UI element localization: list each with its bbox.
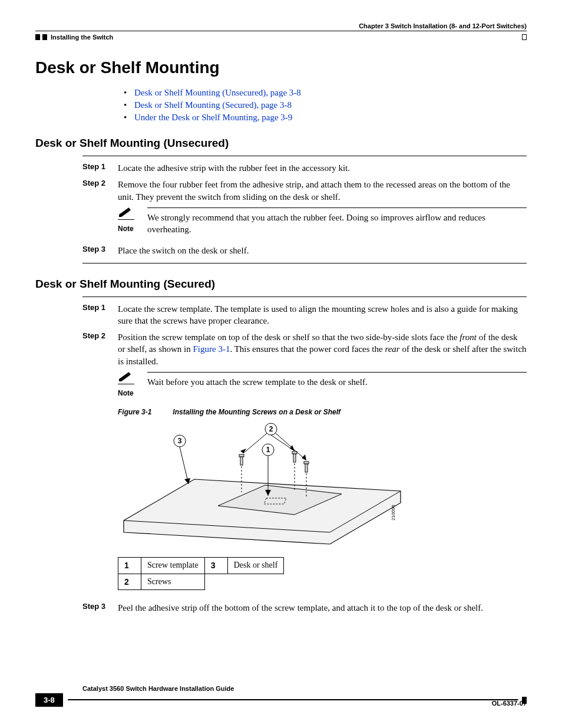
callout-1: 1 [266, 446, 270, 454]
step-body: Locate the screw template. The template … [118, 303, 527, 327]
figure-artid: 210096 [391, 505, 396, 521]
footer-rule [68, 699, 518, 701]
step-text-pre: Position the screw template on top of th… [118, 332, 459, 342]
step-row: Step 1 Locate the adhesive strip with th… [82, 162, 527, 174]
step-row: Step 2 Remove the four rubber feet from … [82, 179, 527, 240]
svg-rect-17 [305, 464, 308, 472]
legend-key: 1 [118, 557, 141, 574]
toc-link-under[interactable]: Under the Desk or Shelf Mounting, page 3… [134, 113, 292, 122]
svg-line-23 [276, 433, 306, 460]
note-block: Note Wait before you attach the screw te… [118, 372, 527, 398]
figure-diagram: 2 1 3 210096 [118, 420, 527, 553]
svg-marker-2 [119, 373, 130, 381]
step-row: Step 1 Locate the screw template. The te… [82, 303, 527, 327]
heading-unsecured: Desk or Shelf Mounting (Unsecured) [35, 137, 527, 150]
toc-link-unsecured[interactable]: Desk or Shelf Mounting (Unsecured), page… [134, 88, 301, 97]
svg-rect-14 [293, 454, 296, 462]
figure-ref-link[interactable]: Figure 3-1 [193, 344, 230, 354]
callout-3: 3 [178, 437, 182, 445]
svg-marker-0 [119, 209, 130, 217]
svg-rect-16 [304, 462, 309, 464]
unsecured-steps: Step 1 Locate the adhesive strip with th… [82, 156, 527, 263]
emph-front: front [459, 332, 477, 342]
page-title: Desk or Shelf Mounting [35, 58, 527, 77]
heading-secured: Desk or Shelf Mounting (Secured) [35, 278, 527, 291]
toc-list: Desk or Shelf Mounting (Unsecured), page… [124, 88, 527, 123]
figure-caption: Figure 3-1Installing the Mounting Screws… [118, 407, 527, 417]
section-running: Installing the Switch [51, 34, 113, 41]
rule [82, 297, 527, 297]
note-label: Note [118, 224, 147, 233]
step-body: Peel the adhesive strip off the bottom o… [118, 602, 527, 614]
step-row: Step 2 Position the screw template on to… [82, 331, 527, 590]
running-subheader: Installing the Switch [35, 34, 527, 41]
emph-rear: rear [385, 344, 399, 354]
svg-marker-24 [302, 454, 306, 460]
header-ticks-left [35, 34, 47, 40]
step-label: Step 3 [82, 245, 118, 256]
svg-line-29 [180, 447, 189, 484]
page-number-badge: 3-8 [35, 693, 63, 707]
step-text: Remove the four rubber feet from the adh… [118, 179, 527, 203]
header-rule [35, 31, 527, 31]
footer-guide-title: Catalyst 3560 Switch Hardware Installati… [82, 685, 527, 692]
step-label: Step 2 [82, 331, 118, 590]
header-tick-right [522, 34, 527, 40]
step-body: Position the screw template on top of th… [118, 331, 527, 590]
legend-val: Screw template [141, 557, 205, 574]
svg-rect-11 [240, 457, 243, 465]
rule [82, 156, 527, 156]
step-label: Step 3 [82, 602, 118, 614]
svg-rect-13 [292, 452, 297, 454]
secured-steps: Step 1 Locate the screw template. The te… [82, 297, 527, 614]
step-label: Step 1 [82, 303, 118, 327]
svg-rect-10 [239, 454, 244, 457]
note-block: Note We strongly recommend that you atta… [118, 207, 527, 236]
legend-key: 2 [118, 574, 141, 590]
svg-marker-20 [240, 449, 246, 453]
note-label: Note [118, 388, 147, 398]
footer-docid: OL-6337-07 [492, 700, 527, 707]
note-text: We strongly recommend that you attach th… [147, 212, 527, 236]
callout-2: 2 [269, 425, 273, 433]
legend-key: 3 [204, 557, 227, 574]
pencil-icon [118, 207, 134, 220]
legend-val: Screws [141, 574, 205, 590]
figure-title: Installing the Mounting Screws on a Desk… [173, 408, 340, 416]
page-footer: Catalyst 3560 Switch Hardware Installati… [35, 685, 527, 707]
rule [82, 263, 527, 263]
step-label: Step 2 [82, 179, 118, 240]
figure-legend: 1 Screw template 3 Desk or shelf 2 Screw… [118, 557, 284, 591]
step-label: Step 1 [82, 162, 118, 174]
step-text-post1: . This ensures that the power cord faces… [230, 344, 385, 354]
step-row: Step 3 Peel the adhesive strip off the b… [82, 602, 527, 614]
toc-link-secured[interactable]: Desk or Shelf Mounting (Secured), page 3… [134, 100, 292, 110]
pencil-icon [118, 372, 134, 384]
step-row: Step 3 Place the switch on the desk or s… [82, 245, 527, 256]
legend-val: Desk or shelf [227, 557, 284, 574]
running-header: Chapter 3 Switch Installation (8- and 12… [35, 22, 527, 29]
chapter-label: Chapter 3 Switch Installation (8- and 12… [359, 22, 527, 29]
step-body: Place the switch on the desk or shelf. [118, 245, 527, 256]
figure-number: Figure 3-1 [118, 408, 151, 416]
step-body: Locate the adhesive strip with the rubbe… [118, 162, 527, 174]
note-text: Wait before you attach the screw templat… [147, 376, 527, 388]
page: Chapter 3 Switch Installation (8- and 12… [0, 0, 562, 728]
step-body: Remove the four rubber feet from the adh… [118, 179, 527, 240]
